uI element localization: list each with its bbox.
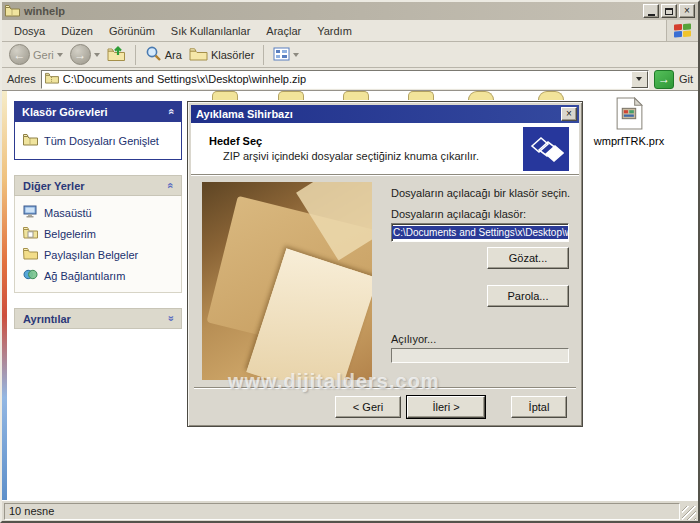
sidebar-item-my-documents[interactable]: Belgelerim — [21, 223, 175, 244]
window-controls: × — [643, 4, 695, 18]
sidebar-item-shared-documents[interactable]: Paylaşılan Belgeler — [21, 244, 175, 265]
panel-title: Klasör Görevleri — [22, 106, 108, 118]
dialog-buttons: < Geri İleri > İptal — [335, 396, 567, 418]
zip-folder-icon — [5, 4, 20, 19]
password-button[interactable]: Parola... — [487, 285, 569, 307]
status-text: 10 nesne — [4, 503, 680, 520]
dialog-close-button[interactable]: × — [561, 107, 577, 121]
hidden-file-icon — [468, 91, 494, 100]
sidebar-item-extract-all[interactable]: Tüm Dosyaları Genişlet — [21, 130, 175, 151]
hidden-file-icon — [212, 91, 238, 100]
back-dropdown-icon[interactable] — [57, 53, 63, 57]
address-dropdown-button[interactable] — [631, 71, 648, 88]
explorer-window: winhelp × Dosya Düzen Görünüm Sık Kullan… — [0, 0, 700, 523]
my-documents-icon — [23, 226, 38, 241]
folders-button[interactable]: Klasörler — [187, 47, 256, 63]
sidebar-item-label: Masaüstü — [44, 207, 92, 219]
wizard-folders-icon — [523, 127, 569, 171]
menu-sik-kullanilanlar[interactable]: Sık Kullanılanlar — [163, 22, 259, 40]
status-bar: 10 nesne — [2, 500, 698, 521]
hidden-file-icon — [538, 91, 564, 100]
panel-header-folder-tasks[interactable]: Klasör Görevleri « — [14, 101, 182, 122]
browse-button[interactable]: Gözat... — [487, 247, 569, 269]
dialog-header: Hedef Seç ZIP arşivi içindeki dosyalar s… — [191, 123, 579, 175]
decorative-edge-strip — [2, 91, 7, 500]
up-button[interactable] — [105, 45, 128, 64]
maximize-icon — [665, 8, 673, 15]
file-name: wmprfTRK.prx — [594, 135, 664, 147]
panel-body: Masaüstü Belgelerim Paylaşılan Belgeler — [14, 196, 182, 293]
desktop-icon — [23, 205, 38, 220]
forward-icon: → — [70, 44, 91, 65]
panel-body: Tüm Dosyaları Genişlet — [14, 122, 182, 160]
content-area: Klasör Görevleri « Tüm Dosyaları Genişle… — [2, 91, 698, 500]
address-input[interactable]: C:\Documents and Settings\x\Desktop\winh… — [41, 70, 649, 89]
forward-button[interactable]: → — [68, 44, 102, 65]
maximize-button[interactable] — [661, 4, 677, 18]
network-places-icon — [23, 268, 38, 283]
panel-title: Diğer Yerler — [23, 180, 85, 192]
file-item-wmprftrk[interactable]: wmprfTRK.prx — [586, 97, 672, 147]
folders-icon — [189, 47, 208, 63]
hidden-file-icon — [278, 91, 304, 100]
destination-field-label: Dosyaların açılacağı klasör: — [391, 208, 526, 220]
toolbar-separator — [135, 45, 136, 65]
search-icon — [145, 45, 162, 64]
dialog-title: Ayıklama Sihirbazı — [196, 108, 557, 120]
hidden-file-icon — [343, 91, 369, 100]
toolbar-separator — [263, 45, 264, 65]
destination-input[interactable]: C:\Documents and Settings\x\Desktop\winh… — [391, 223, 569, 242]
task-pane-sidebar: Klasör Görevleri « Tüm Dosyaları Genişle… — [14, 101, 182, 344]
forward-dropdown-icon[interactable] — [94, 53, 100, 57]
wizard-next-button[interactable]: İleri > — [407, 396, 485, 418]
panel-other-places: Diğer Yerler « Masaüstü Belgeleri — [14, 175, 182, 293]
address-bar: Adres C:\Documents and Settings\x\Deskto… — [2, 68, 698, 91]
hidden-file-icon — [408, 91, 434, 100]
go-label: Git — [679, 73, 693, 85]
sidebar-item-desktop[interactable]: Masaüstü — [21, 202, 175, 223]
folders-label: Klasörler — [211, 49, 254, 61]
menu-yardim[interactable]: Yardım — [309, 22, 360, 40]
close-button[interactable]: × — [679, 4, 695, 18]
back-label: Geri — [33, 49, 54, 61]
chevron-up-icon[interactable]: « — [165, 108, 176, 114]
wizard-illustration — [202, 182, 372, 380]
menu-gorunum[interactable]: Görünüm — [101, 22, 163, 40]
menu-dosya[interactable]: Dosya — [6, 22, 53, 40]
views-button[interactable] — [271, 47, 301, 63]
sidebar-item-network-places[interactable]: Ağ Bağlantılarım — [21, 265, 175, 286]
resize-grip[interactable] — [682, 506, 696, 520]
chevron-down-icon — [636, 77, 642, 81]
progress-label: Açılıyor... — [391, 333, 436, 345]
menu-duzen[interactable]: Düzen — [53, 22, 101, 40]
chevron-up-icon[interactable]: « — [164, 182, 175, 188]
prx-document-icon — [586, 97, 672, 132]
wizard-back-button[interactable]: < Geri — [335, 396, 401, 418]
panel-header-details[interactable]: Ayrıntılar « — [14, 308, 182, 329]
progress-bar — [391, 348, 569, 363]
menu-araclar[interactable]: Araçlar — [258, 22, 309, 40]
sidebar-item-label: Belgelerim — [44, 228, 96, 240]
zip-folder-icon — [45, 72, 59, 86]
search-button[interactable]: Ara — [143, 45, 184, 64]
back-button[interactable]: ← Geri — [7, 44, 65, 65]
sidebar-item-label: Paylaşılan Belgeler — [44, 249, 138, 261]
selected-path-text: C:\Documents and Settings\x\Desktop\winh… — [392, 226, 569, 239]
dialog-prompt: Dosyaların açılacağı bir klasör seçin. — [391, 187, 570, 199]
views-icon — [273, 47, 290, 63]
address-label: Adres — [7, 73, 36, 85]
chevron-down-icon[interactable]: « — [164, 315, 175, 321]
panel-header-other-places[interactable]: Diğer Yerler « — [14, 175, 182, 196]
sidebar-item-label: Ağ Bağlantılarım — [44, 270, 125, 282]
dialog-header-text: Hedef Seç ZIP arşivi içindeki dosyalar s… — [209, 135, 479, 162]
dialog-titlebar[interactable]: Ayıklama Sihirbazı × — [191, 105, 579, 123]
minimize-button[interactable] — [643, 4, 659, 18]
views-dropdown-icon[interactable] — [293, 53, 299, 57]
menu-bar: Dosya Düzen Görünüm Sık Kullanılanlar Ar… — [2, 20, 698, 42]
wizard-cancel-button[interactable]: İptal — [511, 396, 567, 418]
go-button[interactable]: → — [654, 70, 674, 89]
panel-title: Ayrıntılar — [23, 313, 71, 325]
panel-details: Ayrıntılar « — [14, 308, 182, 329]
address-path[interactable]: C:\Documents and Settings\x\Desktop\winh… — [63, 73, 627, 85]
search-label: Ara — [165, 49, 182, 61]
